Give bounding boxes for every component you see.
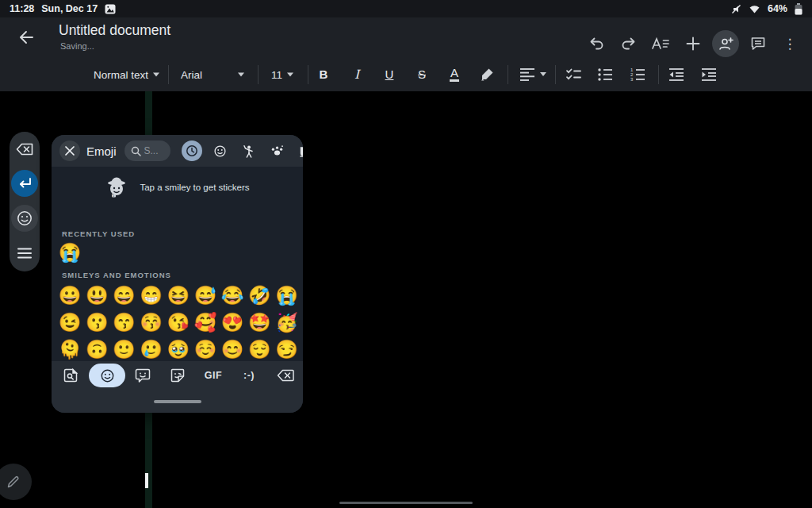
sticker-hint-row[interactable]: 1 Tap a smiley to get stickers (52, 176, 303, 198)
emoji-item[interactable]: 😄 (110, 282, 137, 309)
category-smileys[interactable] (210, 140, 231, 161)
format-text-icon[interactable] (645, 28, 676, 60)
category-food-drink[interactable] (296, 140, 303, 161)
status-bar: 11:28 Sun, Dec 17 64% (0, 0, 812, 17)
gesture-navigation-bar[interactable] (339, 502, 473, 504)
emoji-item[interactable]: 🤩 (246, 309, 273, 336)
close-button[interactable] (59, 140, 80, 161)
back-icon[interactable] (14, 25, 38, 49)
font-family-dropdown[interactable]: Arial (181, 68, 202, 80)
chevron-down-icon (287, 72, 293, 76)
panel-drag-handle[interactable] (154, 400, 201, 403)
return-icon (17, 177, 33, 190)
status-date: Sun, Dec 17 (41, 3, 98, 14)
emoji-item[interactable]: 😘 (165, 309, 192, 336)
bulleted-list-button[interactable] (590, 61, 620, 88)
share-button[interactable] (710, 28, 741, 60)
emoji-item[interactable]: 🥳 (274, 309, 301, 336)
category-animals-nature[interactable] (267, 140, 288, 161)
emoji-item[interactable]: 😌 (246, 336, 273, 363)
emoji-item[interactable]: 😅 (192, 282, 219, 309)
recently-used-label: RECENTLY USED (62, 229, 135, 238)
emoji-item[interactable]: 🙃 (83, 336, 110, 363)
font-size-dropdown[interactable]: 11 (271, 68, 293, 80)
category-people[interactable] (239, 140, 259, 161)
emoji-kitchen-tab[interactable] (170, 368, 186, 383)
emoji-category-tabs (182, 140, 303, 161)
underline-button[interactable]: U (374, 61, 404, 88)
emoji-item[interactable]: 🥰 (192, 309, 219, 336)
chevron-down-icon (153, 72, 159, 76)
divider (658, 65, 659, 84)
stickers-tab[interactable] (135, 368, 151, 383)
smiley-icon (16, 210, 33, 227)
redo-icon[interactable] (612, 28, 644, 60)
person-add-icon (712, 30, 739, 57)
document-title[interactable]: Untitled document (59, 22, 170, 39)
category-recents[interactable] (182, 140, 202, 161)
emoji-item[interactable]: 🥹 (165, 336, 192, 363)
emoji-tab-icon (100, 368, 115, 383)
emoji-item[interactable]: 🥲 (138, 336, 165, 363)
panel-backspace-button[interactable] (276, 368, 295, 383)
indent-increase-icon (701, 67, 717, 82)
overflow-menu-icon[interactable]: ⋮ (774, 28, 806, 60)
screenshot-notification-icon (105, 4, 116, 14)
emoji-item[interactable]: 🫠 (56, 336, 83, 363)
text-color-button[interactable]: A (439, 61, 469, 88)
undo-icon[interactable] (580, 28, 612, 60)
emoji-search-input[interactable]: S... (124, 140, 170, 161)
emoji-item[interactable]: 😊 (219, 336, 246, 363)
font-family-caret[interactable] (238, 72, 244, 76)
emoji-item[interactable]: 🙂 (110, 336, 137, 363)
divider (168, 65, 169, 84)
outdent-button[interactable] (661, 61, 691, 88)
enter-button[interactable] (11, 170, 38, 197)
emoji-item[interactable]: 😚 (138, 309, 165, 336)
emoji-item[interactable]: 😃 (83, 282, 110, 309)
svg-text:1: 1 (113, 194, 114, 198)
emoji-tab-selected[interactable] (89, 364, 125, 387)
clipboard-search-icon (63, 368, 79, 383)
emoji-item[interactable]: 🤣 (246, 282, 273, 309)
emoji-item[interactable]: 😭 (274, 282, 301, 309)
paragraph-style-dropdown[interactable]: Normal text (94, 68, 159, 80)
checklist-button[interactable] (558, 61, 588, 88)
emoji-item[interactable]: 😉 (56, 309, 83, 336)
backspace-button[interactable] (11, 136, 38, 163)
emoji-item[interactable]: 😭 (56, 239, 83, 266)
numbered-list-button[interactable]: 123 (622, 61, 653, 88)
bold-button[interactable]: B (308, 61, 339, 88)
emoji-item[interactable]: 😙 (110, 309, 137, 336)
emoji-item[interactable]: ☺️ (192, 336, 219, 363)
emoji-item[interactable]: 😍 (219, 309, 246, 336)
highlight-button[interactable] (472, 61, 502, 88)
emoji-item[interactable]: 😏 (274, 336, 301, 363)
italic-icon: I (354, 67, 359, 82)
strikethrough-button[interactable]: S (407, 61, 437, 88)
insert-icon[interactable] (677, 28, 709, 60)
stickers-tab-icon (135, 368, 151, 383)
underline-icon: U (385, 67, 394, 81)
selected-tab-pill (89, 364, 125, 387)
menu-button[interactable] (11, 240, 38, 267)
italic-button[interactable]: I (342, 61, 372, 88)
comment-icon[interactable] (742, 28, 774, 60)
font-family-value: Arial (181, 68, 202, 80)
gif-tab[interactable]: GIF (205, 370, 222, 381)
emoticon-tab[interactable]: :-) (243, 370, 255, 381)
clipboard-button[interactable] (63, 368, 79, 383)
emoji-keyboard-button[interactable] (11, 205, 38, 232)
hamburger-menu-icon (17, 248, 32, 259)
checklist-icon (565, 67, 581, 82)
indent-button[interactable] (694, 61, 724, 88)
emoji-item[interactable]: 😂 (219, 282, 246, 309)
align-dropdown[interactable] (519, 67, 546, 82)
emoji-item[interactable]: 😗 (83, 309, 110, 336)
emoji-item[interactable]: 😀 (56, 282, 83, 309)
emoji-item[interactable]: 😆 (165, 282, 192, 309)
emoji-item[interactable]: 😁 (138, 282, 165, 309)
saving-status: Saving... (60, 41, 94, 51)
divider (258, 65, 259, 84)
divider (555, 65, 556, 84)
